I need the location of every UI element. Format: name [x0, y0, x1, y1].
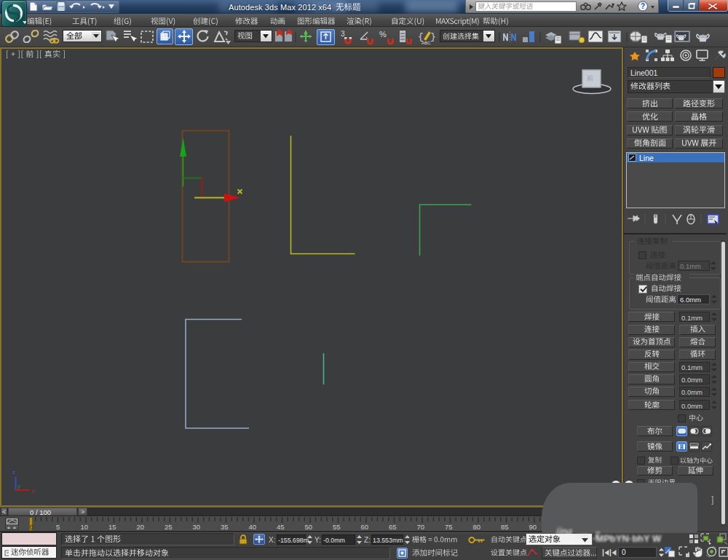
svg-text:3: 3 — [341, 30, 345, 38]
svg-text:ABC: ABC — [422, 41, 431, 45]
svg-text:%: % — [379, 30, 387, 39]
svg-text:z: z — [12, 469, 15, 476]
svg-text:?: ? — [641, 2, 645, 10]
svg-text:·MPbYN·bhY W: ·MPbYN·bhY W — [593, 533, 662, 544]
svg-text:jing: jing — [555, 526, 572, 537]
svg-text:y: y — [17, 483, 20, 489]
svg-text:x: x — [31, 488, 34, 494]
svg-text:yan: yan — [576, 530, 588, 539]
